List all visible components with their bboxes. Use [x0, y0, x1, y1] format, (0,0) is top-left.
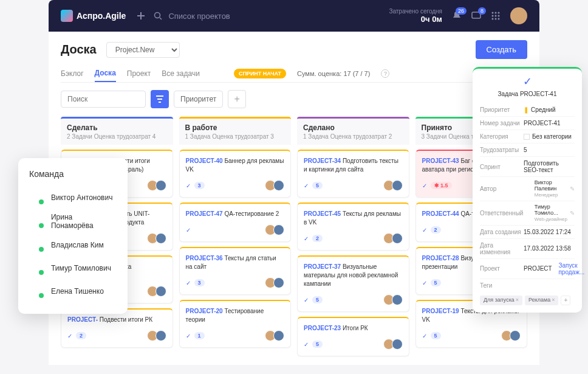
avatar-icon	[392, 180, 403, 191]
effort-badge: 3	[194, 279, 205, 286]
projects-link[interactable]: Список проектов	[168, 12, 230, 21]
team-panel: Команда Виктор АнтоновичИрина Понаморёва…	[18, 158, 128, 314]
card-key: PROJECT-44	[422, 210, 459, 217]
avatar-icon	[29, 260, 45, 276]
detail-number: Номер задачи PROJECT-41	[480, 117, 575, 130]
column-subtitle: 1 Задача Оценка трудозатрат 2	[303, 133, 403, 140]
priority-select[interactable]: Приоритет	[174, 91, 223, 108]
board: Сделать 2 Задачи Оценка трудозатрат 4 PR…	[61, 117, 527, 356]
tag[interactable]: Для запуска×	[480, 296, 522, 305]
card-key: PROJECT-19	[422, 308, 459, 314]
task-card[interactable]: PROJECT-47 QA-тестирование 2 ✓	[179, 203, 292, 242]
user-avatar[interactable]	[510, 7, 527, 24]
team-member[interactable]: Елена Тишенко	[29, 280, 117, 303]
assignees	[147, 233, 166, 244]
task-card[interactable]: PROJECT-34 Подготовить тексты и картинки…	[297, 150, 409, 198]
msg-badge: 8	[478, 7, 486, 15]
svg-point-2	[492, 12, 494, 14]
project-link[interactable]: Запуск продаж...	[558, 262, 584, 275]
detail-title: Задача PROJECT-41	[479, 91, 576, 97]
effort-badge: 5	[431, 279, 441, 286]
assignees	[383, 294, 403, 305]
effort-badge: 2	[76, 332, 86, 339]
task-card[interactable]: PROJECT- Подвести итоги РК ✓2	[61, 308, 173, 348]
task-card[interactable]: PROJECT-20 Тестирование теории ✓1	[179, 300, 292, 348]
task-card[interactable]: PROJECT-40 Баннер для рекламы VK ✓3	[179, 150, 292, 198]
remove-tag-icon[interactable]: ×	[552, 297, 555, 303]
page-header: Доска Project.New Создать	[61, 40, 527, 59]
logo[interactable]: Аспро.Agile	[61, 10, 126, 22]
notifications-icon[interactable]: 26	[452, 11, 462, 21]
remove-tag-icon[interactable]: ×	[516, 297, 519, 303]
task-card[interactable]: PROJECT-37 Визуальные материалы для ново…	[297, 255, 409, 312]
tags-list: Для запуска× Реклама× +	[480, 296, 575, 305]
assignees	[501, 330, 521, 341]
detail-tags: Теги	[480, 279, 575, 292]
task-card[interactable]: PROJECT-36 Тексты для статьи на сайт ✓3	[179, 247, 292, 295]
brand-name: Аспро.Agile	[77, 11, 126, 21]
effort-badge: 5	[312, 296, 323, 303]
task-detail-panel: ✓ Задача PROJECT-41 Приоритет ❚Средний Н…	[473, 67, 582, 313]
svg-point-8	[492, 18, 494, 20]
search-input[interactable]	[61, 91, 146, 108]
effort-badge: 5	[312, 341, 323, 348]
estimate-label: Сумм. оценка: 17 (7 / 7)	[297, 70, 370, 77]
add-column-button[interactable]: +	[228, 90, 246, 108]
project-select[interactable]: Project.New	[106, 42, 180, 58]
assignees	[265, 180, 284, 191]
avatar-icon	[29, 213, 45, 229]
filter-button[interactable]	[151, 90, 169, 108]
member-name: Елена Тишенко	[51, 287, 104, 296]
svg-point-9	[495, 18, 497, 20]
column-title: Сделано	[303, 123, 403, 132]
team-member[interactable]: Владислав Ким	[29, 234, 117, 257]
avatar-icon	[156, 180, 166, 191]
member-name: Виктор Антонович	[51, 193, 112, 202]
tab-backlog[interactable]: Бэклог	[61, 66, 84, 81]
assignees	[265, 224, 284, 235]
member-name: Владислав Ким	[51, 241, 104, 249]
detail-sprint: Спринт Подготовить SEO-текст	[480, 157, 575, 177]
assignees	[383, 233, 403, 244]
card-key: PROJECT-	[67, 316, 98, 323]
check-icon: ✓	[479, 75, 576, 88]
messages-icon[interactable]: 8	[471, 11, 481, 21]
card-status: ✓	[186, 227, 191, 234]
column-title: В работе	[185, 123, 285, 132]
tab-board[interactable]: Доска	[95, 65, 116, 82]
card-title: PROJECT-47 QA-тестирование 2	[186, 210, 285, 218]
card-status: ✓5	[422, 332, 441, 339]
edit-icon[interactable]: ✎	[570, 210, 575, 216]
add-tag-button[interactable]: +	[561, 296, 570, 305]
card-key: PROJECT-23	[304, 325, 341, 331]
apps-icon[interactable]	[491, 11, 501, 21]
edit-icon[interactable]: ✎	[570, 185, 575, 192]
assignees	[383, 180, 403, 191]
help-icon[interactable]: ?	[381, 69, 389, 78]
tag[interactable]: Реклама×	[525, 296, 558, 305]
task-card[interactable]: PROJECT-23 Итоги РК ✓5	[297, 317, 409, 356]
team-member[interactable]: Виктор Антонович	[29, 186, 117, 209]
tab-all-tasks[interactable]: Все задачи	[162, 66, 200, 81]
card-status: ✓2	[304, 235, 323, 242]
card-title: PROJECT-34 Подготовить тексты и картинки…	[304, 157, 403, 174]
assignees	[383, 339, 403, 350]
assignees	[265, 277, 284, 288]
check-icon: ✓	[186, 182, 191, 189]
add-icon[interactable]	[137, 12, 145, 20]
card-key: PROJECT-40	[186, 158, 223, 164]
card-key: PROJECT-20	[186, 308, 223, 314]
effort-badge: 5	[312, 182, 323, 189]
card-status: ✓2	[422, 226, 441, 234]
avatar-icon	[524, 184, 532, 193]
team-member[interactable]: Ирина Понаморёва	[29, 209, 117, 234]
column-done: Сделано 1 Задача Оценка трудозатрат 2 PR…	[297, 117, 409, 356]
check-icon: ✓	[186, 280, 191, 286]
topbar: Аспро.Agile Список проектов Затрачено се…	[49, 0, 539, 32]
task-card[interactable]: PROJECT-45 Тексты для рекламы в VK ✓2	[297, 203, 409, 251]
tab-project[interactable]: Проект	[127, 66, 151, 81]
avatar-icon	[29, 237, 45, 253]
search-icon[interactable]	[154, 12, 162, 20]
create-button[interactable]: Создать	[476, 40, 527, 59]
team-member[interactable]: Тимур Томилович	[29, 257, 117, 280]
